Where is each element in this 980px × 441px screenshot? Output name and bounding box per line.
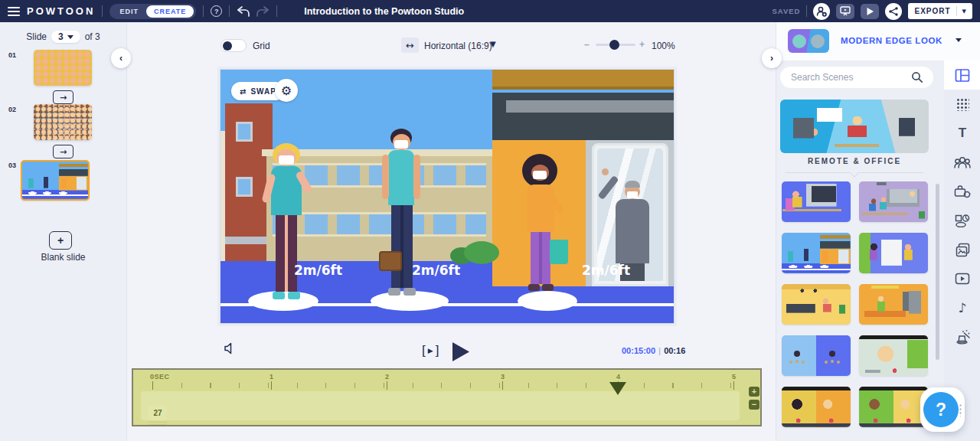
zoom-level: 100%	[652, 41, 675, 51]
hamburger-menu-icon[interactable]	[8, 7, 20, 16]
category-label: REMOTE & OFFICE	[776, 157, 933, 165]
slide-3-thumbnail-selected[interactable]	[21, 160, 90, 201]
preview-slide-button[interactable]: [ ▶ ]	[422, 343, 439, 358]
share-icon[interactable]	[885, 3, 902, 20]
transition-button[interactable]: →	[53, 145, 74, 158]
present-screen-icon[interactable]	[836, 4, 854, 19]
undo-icon[interactable]	[237, 6, 250, 17]
rail-scenes-layout-icon[interactable]	[944, 60, 980, 90]
rail-characters-icon[interactable]	[944, 148, 980, 177]
rail-backgrounds-icon[interactable]	[944, 90, 980, 119]
scene-thumbnail-cafe[interactable]	[782, 284, 851, 325]
distance-label[interactable]: 2m/6ft	[582, 263, 630, 278]
collapse-right-panel-button[interactable]: ›	[762, 48, 782, 68]
theme-caret-icon[interactable]	[956, 38, 962, 42]
project-title[interactable]: Introduction to the Powtoon Studio	[304, 6, 464, 17]
invite-user-icon[interactable]	[813, 3, 830, 20]
asset-rail: T ♪	[944, 60, 980, 441]
orientation-selector[interactable]: Horizontal (16:9)	[424, 41, 492, 51]
distance-label[interactable]: 2m/6ft	[412, 263, 460, 278]
chevron-down-icon	[67, 35, 74, 39]
timeline-zoom-in-button[interactable]: +	[749, 387, 760, 397]
rail-music-icon[interactable]: ♪	[944, 293, 980, 322]
search-icon[interactable]	[911, 71, 923, 87]
slide-label: Slide	[26, 31, 47, 42]
character-woman-afro[interactable]	[518, 154, 571, 302]
scenes-scrollbar[interactable]	[936, 184, 939, 360]
add-blank-slide-button[interactable]: +	[49, 231, 72, 250]
scene-thumbnail-classroom[interactable]	[859, 181, 928, 222]
orientation-caret-icon[interactable]: ▼	[490, 40, 496, 48]
ruler-label: 0SEC	[150, 373, 170, 381]
grid-toggle[interactable]	[220, 39, 247, 52]
small-play-icon: ▶	[428, 347, 433, 354]
transition-button[interactable]: →	[53, 90, 74, 104]
rail-text-icon[interactable]: T	[944, 119, 980, 148]
redo-icon[interactable]	[256, 6, 270, 17]
export-caret-icon[interactable]: ▼	[962, 8, 966, 15]
zoom-in-button[interactable]: +	[639, 39, 645, 50]
current-slide-number: 3	[58, 31, 64, 42]
timeline-zoom-out-button[interactable]: −	[749, 400, 760, 410]
ruler-label: 4	[616, 373, 621, 381]
timeline-track[interactable]	[141, 391, 740, 420]
zoom-out-button[interactable]: –	[584, 39, 590, 50]
help-fab[interactable]: ?	[920, 387, 965, 432]
timeline[interactable]: 0SEC 1 2 3 4 5 + − 27	[132, 368, 762, 426]
playhead-marker[interactable]	[609, 382, 626, 395]
theme-name[interactable]: MODERN EDGE LOOK	[841, 36, 942, 45]
rail-images-icon[interactable]	[944, 235, 980, 264]
rail-shapes-icon[interactable]	[944, 206, 980, 235]
time-display: 00:15:00 | 00:16	[622, 346, 685, 355]
create-mode-button[interactable]: CREATE	[146, 5, 194, 18]
scene-thumbnail-split-desks[interactable]	[782, 335, 851, 376]
scene-thumbnail-street-distancing[interactable]	[782, 233, 851, 273]
slide-2-thumbnail[interactable]	[34, 104, 92, 140]
scene-thumbnail-video-call-family[interactable]	[859, 335, 928, 376]
top-bar: POWTOON EDIT CREATE ? Introduction to th…	[0, 0, 980, 22]
scene-thumbnail-call-grid-a[interactable]	[782, 387, 851, 427]
preview-play-icon[interactable]	[861, 4, 879, 19]
rail-props-icon[interactable]	[944, 177, 980, 206]
rail-video-icon[interactable]	[944, 264, 980, 293]
slide-1-thumbnail[interactable]	[34, 50, 92, 86]
timeline-object-badge[interactable]: 27	[149, 406, 167, 420]
total-time: 00:16	[664, 346, 685, 355]
theme-thumbnail[interactable]	[788, 29, 829, 53]
edit-mode-button[interactable]: EDIT	[112, 6, 146, 17]
slide-number-dropdown[interactable]: 3	[51, 31, 80, 43]
scene-thumbnail-office-checklist[interactable]	[859, 233, 928, 273]
scene-bush	[464, 241, 499, 264]
scene-thumbnail-call-grid-b[interactable]	[859, 387, 928, 427]
help-question-icon[interactable]: ?	[923, 392, 959, 427]
mute-speaker-icon[interactable]	[224, 342, 236, 358]
divider	[229, 5, 230, 17]
featured-category-card[interactable]	[780, 100, 929, 153]
help-icon[interactable]: ?	[211, 5, 222, 17]
slide-canvas[interactable]: 2m/6ft 2m/6ft 2m/6ft ⇄ SWAP ⚙	[220, 69, 675, 324]
character-woman-blonde[interactable]	[263, 143, 317, 302]
ruler-label: 3	[501, 373, 505, 381]
slide-3-number: 03	[8, 162, 16, 169]
edit-create-toggle[interactable]: EDIT CREATE	[109, 4, 196, 19]
ruler-label: 1	[270, 373, 274, 381]
bracket-icon: [	[422, 343, 426, 358]
distance-label[interactable]: 2m/6ft	[294, 263, 342, 278]
saved-status: SAVED	[772, 7, 800, 15]
scene-thumbnail-kitchen[interactable]	[859, 284, 928, 325]
help-drag-handle[interactable]	[959, 403, 962, 416]
zoom-slider-knob[interactable]	[609, 40, 619, 50]
search-scenes-input[interactable]	[780, 67, 933, 88]
export-label: EXPORT	[914, 7, 950, 15]
time-separator: |	[658, 346, 661, 355]
collapse-left-panel-button[interactable]: ‹	[111, 48, 131, 68]
play-button[interactable]	[452, 341, 470, 365]
zoom-slider[interactable]	[596, 44, 635, 46]
scene-settings-gear-icon[interactable]: ⚙	[275, 79, 298, 102]
swap-arrows-icon: ⇄	[240, 87, 247, 96]
scene-thumbnail-video-call-desk[interactable]	[782, 181, 851, 222]
powtoon-studio-app: POWTOON EDIT CREATE ? Introduction to th…	[0, 0, 980, 441]
orientation-icon[interactable]: ↔	[401, 38, 419, 53]
export-button[interactable]: EXPORT ▼	[908, 3, 972, 19]
rail-specials-icon[interactable]	[944, 322, 980, 351]
